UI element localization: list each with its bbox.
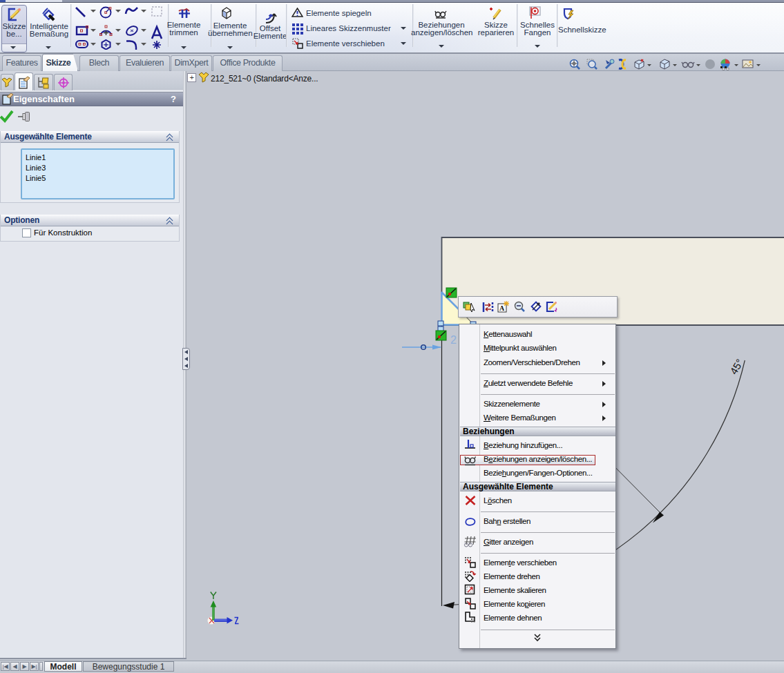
svg-text:45°: 45° — [727, 357, 745, 376]
svg-text:2: 2 — [450, 334, 457, 346]
